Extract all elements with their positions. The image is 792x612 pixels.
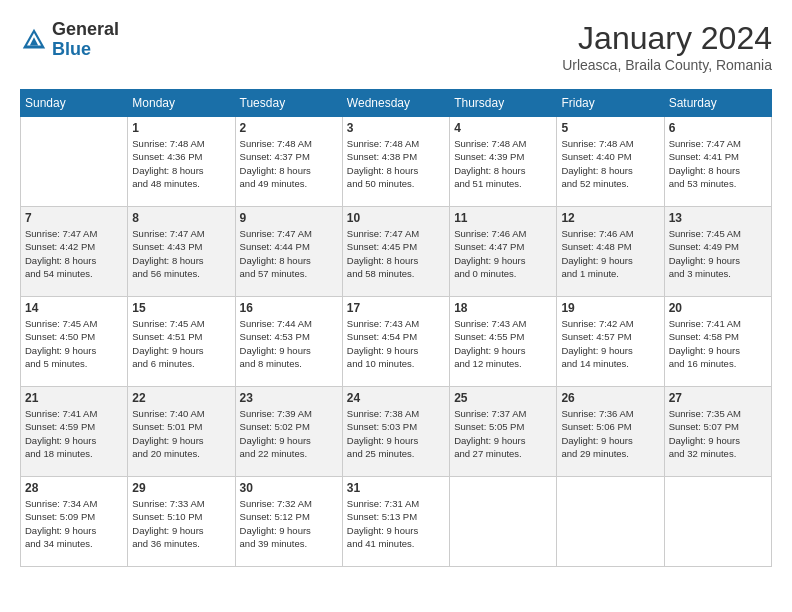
calendar-cell: 20Sunrise: 7:41 AM Sunset: 4:58 PM Dayli…	[664, 297, 771, 387]
calendar-cell	[557, 477, 664, 567]
weekday-header: Tuesday	[235, 90, 342, 117]
day-number: 26	[561, 391, 659, 405]
day-info: Sunrise: 7:47 AM Sunset: 4:42 PM Dayligh…	[25, 227, 123, 280]
day-number: 27	[669, 391, 767, 405]
day-info: Sunrise: 7:33 AM Sunset: 5:10 PM Dayligh…	[132, 497, 230, 550]
weekday-header: Wednesday	[342, 90, 449, 117]
day-number: 23	[240, 391, 338, 405]
calendar-table: SundayMondayTuesdayWednesdayThursdayFrid…	[20, 89, 772, 567]
page-title: January 2024	[562, 20, 772, 57]
day-info: Sunrise: 7:41 AM Sunset: 4:58 PM Dayligh…	[669, 317, 767, 370]
calendar-cell: 11Sunrise: 7:46 AM Sunset: 4:47 PM Dayli…	[450, 207, 557, 297]
day-info: Sunrise: 7:48 AM Sunset: 4:37 PM Dayligh…	[240, 137, 338, 190]
calendar-cell	[450, 477, 557, 567]
calendar-week-row: 1Sunrise: 7:48 AM Sunset: 4:36 PM Daylig…	[21, 117, 772, 207]
calendar-cell: 29Sunrise: 7:33 AM Sunset: 5:10 PM Dayli…	[128, 477, 235, 567]
calendar-cell: 7Sunrise: 7:47 AM Sunset: 4:42 PM Daylig…	[21, 207, 128, 297]
calendar-cell: 30Sunrise: 7:32 AM Sunset: 5:12 PM Dayli…	[235, 477, 342, 567]
day-number: 11	[454, 211, 552, 225]
day-info: Sunrise: 7:31 AM Sunset: 5:13 PM Dayligh…	[347, 497, 445, 550]
calendar-cell: 5Sunrise: 7:48 AM Sunset: 4:40 PM Daylig…	[557, 117, 664, 207]
day-number: 5	[561, 121, 659, 135]
calendar-cell: 12Sunrise: 7:46 AM Sunset: 4:48 PM Dayli…	[557, 207, 664, 297]
day-info: Sunrise: 7:47 AM Sunset: 4:45 PM Dayligh…	[347, 227, 445, 280]
day-info: Sunrise: 7:43 AM Sunset: 4:55 PM Dayligh…	[454, 317, 552, 370]
day-number: 24	[347, 391, 445, 405]
calendar-cell: 15Sunrise: 7:45 AM Sunset: 4:51 PM Dayli…	[128, 297, 235, 387]
weekday-header: Monday	[128, 90, 235, 117]
page-subtitle: Urleasca, Braila County, Romania	[562, 57, 772, 73]
calendar-cell: 2Sunrise: 7:48 AM Sunset: 4:37 PM Daylig…	[235, 117, 342, 207]
logo-text: General Blue	[52, 20, 119, 60]
calendar-cell: 22Sunrise: 7:40 AM Sunset: 5:01 PM Dayli…	[128, 387, 235, 477]
day-number: 14	[25, 301, 123, 315]
day-info: Sunrise: 7:38 AM Sunset: 5:03 PM Dayligh…	[347, 407, 445, 460]
calendar-cell: 6Sunrise: 7:47 AM Sunset: 4:41 PM Daylig…	[664, 117, 771, 207]
day-number: 22	[132, 391, 230, 405]
day-number: 31	[347, 481, 445, 495]
calendar-week-row: 28Sunrise: 7:34 AM Sunset: 5:09 PM Dayli…	[21, 477, 772, 567]
calendar-cell: 3Sunrise: 7:48 AM Sunset: 4:38 PM Daylig…	[342, 117, 449, 207]
calendar-cell: 10Sunrise: 7:47 AM Sunset: 4:45 PM Dayli…	[342, 207, 449, 297]
day-number: 28	[25, 481, 123, 495]
day-info: Sunrise: 7:45 AM Sunset: 4:49 PM Dayligh…	[669, 227, 767, 280]
weekday-header: Thursday	[450, 90, 557, 117]
header: General Blue January 2024 Urleasca, Brai…	[20, 20, 772, 73]
day-info: Sunrise: 7:47 AM Sunset: 4:41 PM Dayligh…	[669, 137, 767, 190]
calendar-cell: 21Sunrise: 7:41 AM Sunset: 4:59 PM Dayli…	[21, 387, 128, 477]
logo: General Blue	[20, 20, 119, 60]
day-number: 16	[240, 301, 338, 315]
calendar-cell: 4Sunrise: 7:48 AM Sunset: 4:39 PM Daylig…	[450, 117, 557, 207]
day-number: 7	[25, 211, 123, 225]
day-number: 18	[454, 301, 552, 315]
day-number: 4	[454, 121, 552, 135]
day-number: 6	[669, 121, 767, 135]
calendar-cell: 28Sunrise: 7:34 AM Sunset: 5:09 PM Dayli…	[21, 477, 128, 567]
calendar-cell: 26Sunrise: 7:36 AM Sunset: 5:06 PM Dayli…	[557, 387, 664, 477]
day-info: Sunrise: 7:48 AM Sunset: 4:38 PM Dayligh…	[347, 137, 445, 190]
day-number: 25	[454, 391, 552, 405]
day-info: Sunrise: 7:46 AM Sunset: 4:48 PM Dayligh…	[561, 227, 659, 280]
day-number: 3	[347, 121, 445, 135]
day-info: Sunrise: 7:35 AM Sunset: 5:07 PM Dayligh…	[669, 407, 767, 460]
day-info: Sunrise: 7:46 AM Sunset: 4:47 PM Dayligh…	[454, 227, 552, 280]
day-info: Sunrise: 7:45 AM Sunset: 4:50 PM Dayligh…	[25, 317, 123, 370]
calendar-cell: 27Sunrise: 7:35 AM Sunset: 5:07 PM Dayli…	[664, 387, 771, 477]
calendar-cell: 16Sunrise: 7:44 AM Sunset: 4:53 PM Dayli…	[235, 297, 342, 387]
logo-icon	[20, 26, 48, 54]
day-info: Sunrise: 7:36 AM Sunset: 5:06 PM Dayligh…	[561, 407, 659, 460]
weekday-header-row: SundayMondayTuesdayWednesdayThursdayFrid…	[21, 90, 772, 117]
calendar-cell: 25Sunrise: 7:37 AM Sunset: 5:05 PM Dayli…	[450, 387, 557, 477]
day-info: Sunrise: 7:47 AM Sunset: 4:43 PM Dayligh…	[132, 227, 230, 280]
day-number: 19	[561, 301, 659, 315]
calendar-cell: 18Sunrise: 7:43 AM Sunset: 4:55 PM Dayli…	[450, 297, 557, 387]
day-number: 12	[561, 211, 659, 225]
day-info: Sunrise: 7:37 AM Sunset: 5:05 PM Dayligh…	[454, 407, 552, 460]
calendar-cell	[664, 477, 771, 567]
day-info: Sunrise: 7:32 AM Sunset: 5:12 PM Dayligh…	[240, 497, 338, 550]
calendar-cell: 31Sunrise: 7:31 AM Sunset: 5:13 PM Dayli…	[342, 477, 449, 567]
title-section: January 2024 Urleasca, Braila County, Ro…	[562, 20, 772, 73]
day-number: 17	[347, 301, 445, 315]
weekday-header: Sunday	[21, 90, 128, 117]
day-number: 1	[132, 121, 230, 135]
calendar-cell: 24Sunrise: 7:38 AM Sunset: 5:03 PM Dayli…	[342, 387, 449, 477]
day-info: Sunrise: 7:48 AM Sunset: 4:40 PM Dayligh…	[561, 137, 659, 190]
day-info: Sunrise: 7:48 AM Sunset: 4:36 PM Dayligh…	[132, 137, 230, 190]
weekday-header: Saturday	[664, 90, 771, 117]
day-number: 10	[347, 211, 445, 225]
day-info: Sunrise: 7:48 AM Sunset: 4:39 PM Dayligh…	[454, 137, 552, 190]
calendar-week-row: 7Sunrise: 7:47 AM Sunset: 4:42 PM Daylig…	[21, 207, 772, 297]
day-number: 13	[669, 211, 767, 225]
day-info: Sunrise: 7:34 AM Sunset: 5:09 PM Dayligh…	[25, 497, 123, 550]
day-info: Sunrise: 7:43 AM Sunset: 4:54 PM Dayligh…	[347, 317, 445, 370]
day-number: 2	[240, 121, 338, 135]
calendar-cell: 8Sunrise: 7:47 AM Sunset: 4:43 PM Daylig…	[128, 207, 235, 297]
calendar-cell: 9Sunrise: 7:47 AM Sunset: 4:44 PM Daylig…	[235, 207, 342, 297]
day-info: Sunrise: 7:39 AM Sunset: 5:02 PM Dayligh…	[240, 407, 338, 460]
day-info: Sunrise: 7:44 AM Sunset: 4:53 PM Dayligh…	[240, 317, 338, 370]
calendar-cell: 23Sunrise: 7:39 AM Sunset: 5:02 PM Dayli…	[235, 387, 342, 477]
weekday-header: Friday	[557, 90, 664, 117]
day-info: Sunrise: 7:41 AM Sunset: 4:59 PM Dayligh…	[25, 407, 123, 460]
calendar-cell: 14Sunrise: 7:45 AM Sunset: 4:50 PM Dayli…	[21, 297, 128, 387]
